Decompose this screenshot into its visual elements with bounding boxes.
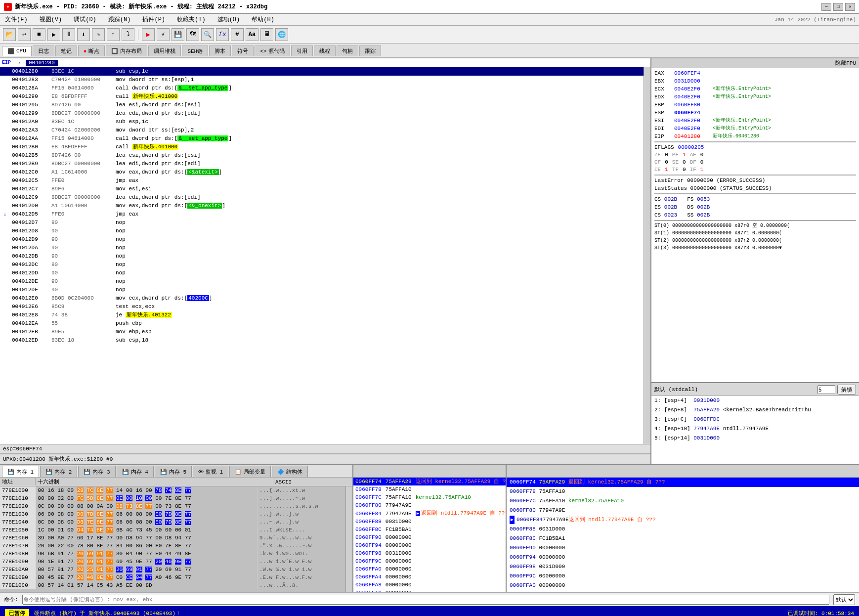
mem-row[interactable]: 778E10C0 00 57 14 01 57 14 C5 43 A5 EE 0… — [0, 581, 345, 589]
mem-content-wrapper[interactable]: 778E1000 00 16 18 00 28 7C 8E 77 14 00 1… — [0, 486, 352, 592]
disasm-row[interactable]: 00401295 8D7426 00 lea esi,dword ptr ds:… — [0, 101, 644, 109]
stack-row[interactable]: 0060FFA8 00000000 — [353, 581, 506, 589]
reg-ecx-val[interactable]: 0040E2F0 — [674, 85, 709, 93]
tab-thread[interactable]: 线程 — [314, 45, 336, 56]
toolbar-save[interactable]: 💾 — [172, 28, 184, 41]
toolbar-hash[interactable]: # — [231, 28, 244, 41]
mem-row[interactable]: 778E1040 0C 00 08 00 D8 7E 8E 77 06 00 0… — [0, 518, 345, 526]
menu-options[interactable]: 选项(O) — [215, 15, 242, 24]
disasm-row[interactable]: 004012D8 90 nop — [0, 227, 644, 235]
stack-row[interactable]: 0060FF84 77947A9E ▶返回到 ntdll.77947A9E 自 … — [353, 509, 506, 518]
mem-tab-2[interactable]: 💾 内存 2 — [40, 466, 77, 477]
disasm-scrollbar[interactable] — [644, 67, 650, 444]
disasm-row[interactable]: 004012DC 90 nop — [0, 261, 644, 269]
disasm-row[interactable]: 004012DD 90 nop — [0, 269, 644, 277]
toolbar-open[interactable]: 📂 — [3, 28, 16, 41]
toolbar-highlight[interactable]: ▶ — [142, 28, 155, 41]
stack-row[interactable]: 0060FF90 00000000 — [353, 533, 506, 541]
mem-tab-1[interactable]: 💾 内存 1 — [2, 466, 39, 477]
disasm-row[interactable]: 004012EA 55 push ebp — [0, 319, 644, 328]
stack-row[interactable]: 0060FF94 00000000 — [353, 541, 506, 549]
reg-ebx-val[interactable]: 0031D000 — [674, 77, 709, 85]
mem-tab-3[interactable]: 💾 内存 3 — [78, 466, 115, 477]
stack-row[interactable]: 0060FF88 0031D000 — [353, 518, 506, 526]
toolbar-step-into[interactable]: ⬇ — [77, 28, 90, 41]
menu-plugin[interactable]: 插件(P) — [140, 15, 167, 24]
cmd-default-select[interactable]: 默认 — [833, 594, 855, 605]
disasm-content[interactable]: → 00401280 83EC 1C sub esp,1c 00401283 C… — [0, 67, 644, 444]
tab-callstack[interactable]: 调用堆栈 — [148, 45, 181, 56]
flag-of-val[interactable]: 0 — [665, 159, 668, 166]
close-button[interactable]: ✕ — [845, 3, 855, 11]
mem-row[interactable]: 778E1010 00 00 02 00 FC 5D 8E 77 0E 00 1… — [0, 494, 345, 502]
tab-notes[interactable]: 笔记 — [55, 45, 77, 56]
toolbar-search[interactable]: 🔍 — [201, 28, 214, 41]
mem-tab-watch[interactable]: 👁 监视 1 — [193, 466, 228, 477]
mem-content[interactable]: 778E1000 00 16 18 00 28 7C 8E 77 14 00 1… — [0, 486, 345, 592]
flag-pe-val[interactable]: 1 — [683, 151, 686, 159]
disasm-row[interactable]: 004012A3 C70424 02000000 mov dword ptr s… — [0, 126, 644, 134]
flag-df-val[interactable]: 0 — [700, 159, 704, 166]
toolbar-run-to-cursor[interactable]: ⤵ — [122, 28, 134, 41]
stack-row[interactable]: 0060FF8C FC1B5BA1 — [353, 526, 506, 533]
menu-file[interactable]: 文件(F) — [3, 15, 30, 24]
flag-se-val[interactable]: 0 — [683, 159, 686, 166]
disasm-row[interactable]: 0040128A FF15 04614000 call dword ptr ds… — [0, 84, 644, 92]
stack-row[interactable]: 0060FF80 77947A9E — [353, 501, 506, 509]
cmd-input[interactable] — [22, 595, 829, 605]
disasm-row[interactable]: ↓ 004012D5 FFE0 jmp eax — [0, 210, 644, 219]
toolbar-calc[interactable]: 🖩 — [260, 28, 273, 41]
reg-edi-val[interactable]: 0040E2F0 — [674, 125, 709, 132]
mem-tab-4[interactable]: 💾 内存 4 — [117, 466, 154, 477]
disasm-row[interactable]: 004012C0 A1 1C614000 mov eax,dword ptr d… — [0, 168, 644, 176]
maximize-button[interactable]: □ — [833, 3, 843, 11]
toolbar-memmap[interactable]: 🗺 — [186, 28, 199, 41]
disasm-row[interactable]: 004012E8 74 38 je 新年快乐.401322 — [0, 311, 644, 319]
tab-script[interactable]: 脚本 — [209, 45, 231, 56]
flag-if-val[interactable]: 1 — [700, 166, 704, 174]
disasm-row[interactable]: 004012E6 85C9 test ecx,ecx — [0, 303, 644, 311]
disasm-row[interactable]: 004012AA FF15 04614000 call dword ptr ds… — [0, 134, 644, 143]
mem-row[interactable]: 778E10A0 00 57 91 77 20 25 91 77 20 69 9… — [0, 566, 345, 573]
tab-ref[interactable]: 引用 — [291, 45, 313, 56]
toolbar-run[interactable]: ▶ — [47, 28, 60, 41]
toolbar-patch[interactable]: ⚡ — [157, 28, 170, 41]
reg-eax-val[interactable]: 0060FEF4 — [674, 69, 709, 77]
disasm-row[interactable]: 004012DE 90 nop — [0, 277, 644, 286]
flag-ze-val[interactable]: 0 — [665, 151, 668, 159]
toolbar-font[interactable]: Aa — [246, 28, 258, 41]
menu-help[interactable]: 帮助(H) — [250, 15, 276, 24]
unlock-button[interactable]: 解锁 — [837, 385, 856, 395]
stack-row[interactable]: 0060FF9C 00000000 — [353, 557, 506, 565]
disasm-row[interactable]: 004012C7 89F6 mov esi,esi — [0, 185, 644, 193]
tab-handle[interactable]: 句柄 — [337, 45, 358, 56]
minimize-button[interactable]: — — [821, 3, 831, 11]
toolbar-stop[interactable]: ■ — [33, 28, 45, 41]
tab-source[interactable]: <> 源代码 — [255, 45, 290, 56]
flag-ae-val[interactable]: 0 — [700, 151, 704, 159]
tab-symbol[interactable]: 符号 — [232, 45, 254, 56]
disasm-row[interactable]: 004012DA 90 nop — [0, 244, 644, 252]
stack-row[interactable]: 0060FF7C 75AFFA10 kernel32.75AFFA10 — [353, 493, 506, 501]
mem-tab-5[interactable]: 💾 内存 5 — [155, 466, 192, 477]
mem-row[interactable]: 778E1050 1C 00 01 00 D4 74 8E 77 6B 4C 7… — [0, 526, 345, 534]
callstack-depth-input[interactable] — [817, 385, 835, 394]
tab-trace[interactable]: 跟踪 — [359, 45, 381, 56]
reg-esi-val[interactable]: 0040E2F0 — [674, 117, 709, 125]
mem-row[interactable]: 778E1060 39 00 A0 77 60 17 8E 77 90 D8 9… — [0, 534, 345, 542]
mem-row[interactable]: 778E1080 90 6B 91 77 20 69 91 77 30 B4 9… — [0, 550, 345, 558]
toolbar-pause[interactable]: ⏸ — [62, 28, 75, 41]
stack-content[interactable]: 0060FF74 75AFFA29 返回到 kernel32.75AFFA29 … — [353, 478, 506, 592]
mem-tab-locals[interactable]: 📋 局部变量 — [229, 466, 271, 477]
stack-row[interactable]: 0060FFA0 00000000 — [353, 565, 506, 573]
stack-row[interactable]: 0060FFA4 00000000 — [353, 573, 506, 581]
menu-view[interactable]: 视图(V) — [38, 15, 64, 24]
reg-eip-val[interactable]: 00401280 — [674, 132, 709, 140]
disasm-row[interactable]: 00401299 8DBC27 00000000 lea edi,dword p… — [0, 109, 644, 118]
disasm-row[interactable]: 004012D0 A1 10614000 mov eax,dword ptr d… — [0, 202, 644, 210]
tab-cpu[interactable]: ⬛ CPU — [2, 46, 32, 56]
disasm-row[interactable]: 00401283 C70424 01000000 mov dword ptr s… — [0, 76, 644, 84]
disasm-row[interactable]: 004012D9 90 nop — [0, 235, 644, 244]
mem-row[interactable]: 778E1020 0C 00 00 00 08 00 0A 00 D8 73 8… — [0, 502, 345, 510]
stack-row[interactable]: 0060FF98 0031D000 — [353, 549, 506, 557]
